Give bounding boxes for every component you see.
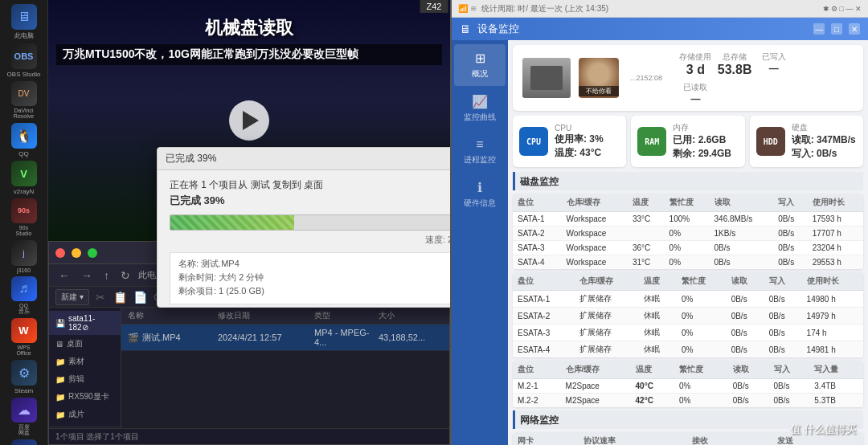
table-row[interactable]: SATA-4 Workspace 31°C 0% 0B/s 0B/s 29553…	[513, 255, 863, 270]
disk-write: 0B/s	[773, 255, 808, 270]
video-play-button[interactable]	[229, 100, 269, 141]
monitor-nav-curves[interactable]: 📈 监控曲线	[454, 88, 506, 129]
dialog-status: 正在将 1 个项目从 测试 复制到 桌面 已完成 39%	[170, 178, 450, 208]
taskbar-icon-qqmusic[interactable]: ♬ QQ音乐	[5, 276, 43, 315]
taskbar-icon-wps[interactable]: W WPSOffice	[5, 318, 43, 357]
fm-new-button[interactable]: 新建 ▾	[55, 289, 89, 305]
table-row[interactable]: SATA-1 Workspace 33°C 100% 346.8MB/s 0B/…	[513, 212, 863, 227]
disk-pos: M.2-2	[513, 394, 561, 408]
th-read: 读取	[710, 194, 774, 212]
fm-sidebar-edit[interactable]: 📁 剪辑	[49, 370, 121, 388]
th-write: 写入	[764, 272, 802, 291]
disk-label: 扩展储存	[575, 291, 639, 308]
monitor-topbar: 📶 ≋ 统计周期: 时/ 最近一次 (上次 14:35) ✱ ⚙ □ — ✕	[452, 0, 868, 18]
m2-table-header: 盘位 仓库/缓存 温度 繁忙度 读取 写入 写入量	[513, 361, 863, 379]
fm-forward-button[interactable]: →	[78, 267, 96, 284]
table-row[interactable]: ESATA-4 扩展储存 休眠 0% 0B/s 0B/s 14981 h	[513, 341, 863, 358]
cat-monitor-image: 不给你看	[579, 58, 619, 98]
fm-maximize-button[interactable]	[88, 248, 97, 258]
fm-refresh-button[interactable]: ↻	[117, 267, 133, 284]
disk-temp	[628, 227, 665, 241]
device-id: ...2152:08	[630, 74, 662, 82]
th-send: 发送	[772, 432, 863, 445]
disk-write: 0B/s	[764, 325, 802, 341]
monitor-title-icon: 🖥	[460, 22, 471, 35]
fm-sidebar-rx590[interactable]: 📁 RX590显卡	[49, 388, 121, 406]
monitor-main-content: 不给你看 ...2152:08 存储使用 3 d 总存储 53.8B 已写入	[508, 40, 868, 445]
table-row[interactable]: M.2-2 M2Space 42°C 0% 0B/s 0B/s 5.3TB	[513, 394, 863, 408]
disk-label: 扩展储存	[575, 308, 639, 325]
hdd-write: 写入: 0B/s	[792, 147, 857, 161]
taskbar-icon-qq[interactable]: 🐧 QQ	[5, 123, 43, 157]
hdd-read: 读取: 347MB/s	[792, 133, 857, 147]
progress-speed: 速度: 237 MB/秒	[170, 234, 450, 246]
disk-hours: 174 h	[802, 325, 863, 341]
dialog-file-info: 名称: 测试.MP4 剩余时间: 大约 2 分钟 剩余项目: 1 (25.0 G…	[170, 252, 450, 304]
disk-busy: 0%	[677, 308, 727, 325]
th-hours: 使用时长	[808, 194, 863, 212]
monitor-close-button[interactable]: ✕	[849, 23, 860, 35]
fm-up-button[interactable]: ↑	[100, 267, 113, 284]
th-label: 仓库/缓存	[562, 194, 628, 212]
ram-name: 内存	[673, 122, 738, 133]
taskbar-icon-j3160[interactable]: j j3160	[5, 240, 43, 273]
hdd-info: 硬盘 读取: 347MB/s 写入: 0B/s	[792, 122, 857, 161]
fm-content: 💾 sata11-182⊘ 🖥 桌面 📁 素材 📁 剪辑 📁 RX590显卡 📁…	[49, 308, 449, 444]
taskbar-icon-pc[interactable]: 🖥 此电脑	[5, 4, 43, 40]
left-panel: 🖥 此电脑 OBS OBS Studio DV DaVinciResolve 🐧…	[0, 0, 450, 445]
disk-read: 1KB/s	[710, 227, 774, 241]
monitor-nav: ⊞ 概况 📈 监控曲线 ≡ 进程监控 ℹ 硬件信息	[452, 40, 508, 445]
taskbar-icon-90s[interactable]: 90s 90sStudio	[5, 198, 43, 237]
th-write: 写入	[773, 194, 808, 212]
fm-sidebar-desktop[interactable]: 🖥 桌面	[49, 335, 121, 353]
disk-label: Workspace	[562, 255, 628, 270]
th-temp: 温度	[631, 361, 675, 379]
ram-free: 剩余: 29.4GB	[673, 147, 738, 161]
cpu-card: CPU CPU 使用率: 3% 温度: 43°C	[513, 116, 626, 167]
disk-hours: 29553 h	[808, 255, 863, 270]
file-type: MP4 - MPEG-4...	[314, 328, 379, 347]
monitor-nav-overview[interactable]: ⊞ 概况	[454, 44, 506, 86]
taskbar-icon-obs[interactable]: OBS OBS Studio	[5, 43, 43, 78]
monitor-nav-processes[interactable]: ≡ 进程监控	[454, 131, 506, 172]
disk-hours: 17707 h	[808, 227, 863, 241]
fm-sidebar-materials[interactable]: 📁 素材	[49, 353, 121, 370]
table-row[interactable]: ESATA-2 扩展储存 休眠 0% 0B/s 0B/s 14979 h	[513, 308, 863, 325]
disk-write: 0B/s	[773, 241, 808, 255]
fm-sidebar-finished[interactable]: 📁 成片	[49, 406, 121, 423]
storage-total-label: 总存储	[718, 51, 752, 63]
topbar-text: 📶 ≋	[458, 4, 477, 13]
fm-close-button[interactable]	[55, 248, 65, 258]
taskbar-icon-v2ray[interactable]: V v2rayN	[5, 161, 43, 195]
progress-bar-fill	[170, 215, 294, 230]
taskbar-icon-baidu[interactable]: ☁ 百度网盘	[5, 398, 43, 436]
monitor-minimize-button[interactable]: —	[813, 23, 825, 35]
monitor-nav-hardware[interactable]: ℹ 硬件信息	[454, 174, 506, 215]
table-row[interactable]: M.2-1 M2Space 40°C 0% 0B/s 0B/s 3.4TB	[513, 379, 863, 394]
table-row[interactable]: 🎬 测试.MP4 2024/4/21 12:57 MP4 - MPEG-4...…	[121, 325, 449, 351]
fm-minimize-button[interactable]	[72, 248, 81, 258]
table-row[interactable]: SATA-3 Workspace 36°C 0% 0B/s 0B/s 23204…	[513, 241, 863, 255]
disk-temp: 33°C	[628, 212, 665, 227]
storage-usage-item: 存储使用 3 d	[678, 51, 713, 77]
disk-temp: 休眠	[639, 341, 677, 358]
taskbar-icon-davinci[interactable]: DV DaVinciResolve	[5, 81, 43, 120]
disk-busy: 0%	[674, 379, 728, 394]
table-row[interactable]: SATA-2 Workspace 0% 1KB/s 0B/s 17707 h	[513, 227, 863, 241]
monitor-title-text: 设备监控	[477, 22, 807, 36]
table-row[interactable]: ESATA-1 扩展储存 休眠 0% 0B/s 0B/s 14980 h	[513, 291, 863, 308]
taskbar-icon-wpscl[interactable]: W WPS云盘	[5, 439, 43, 445]
progress-bar-container	[170, 214, 450, 231]
storage-total-value: 53.8B	[718, 63, 752, 77]
fm-back-button[interactable]: ←	[55, 267, 73, 284]
fm-sidebar-sata11[interactable]: 💾 sata11-182⊘	[49, 311, 121, 335]
dialog-progress-area: 速度: 237 MB/秒	[170, 214, 450, 246]
taskbar-icon-steam[interactable]: ⚙ Steam	[5, 360, 43, 394]
file-info-name: 名称: 测试.MP4	[178, 258, 450, 270]
table-row[interactable]: ESATA-3 扩展储存 休眠 0% 0B/s 0B/s 174 h	[513, 325, 863, 341]
disk-write: 0B/s	[764, 291, 802, 308]
disk-pos: ESATA-3	[513, 325, 575, 341]
sata-disk-table: 盘位 仓库/缓存 温度 繁忙度 读取 写入 使用时长 SATA-1 Worksp…	[513, 194, 863, 269]
monitor-maximize-button[interactable]: □	[831, 23, 842, 35]
storage-written-value: —	[756, 63, 791, 74]
